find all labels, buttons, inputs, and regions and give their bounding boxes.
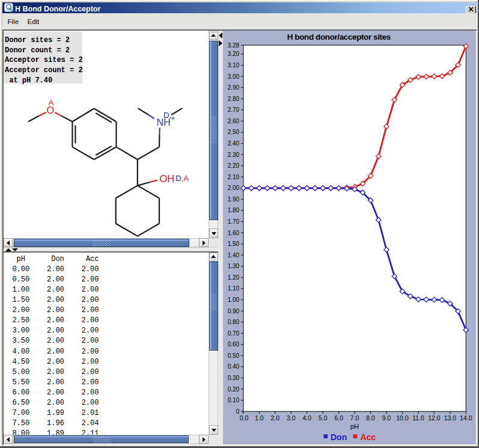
svg-text:2.70: 2.70 <box>228 106 240 113</box>
svg-text:3.10: 3.10 <box>228 62 240 69</box>
svg-text:0.50: 0.50 <box>228 352 240 359</box>
svg-text:1.70: 1.70 <box>228 218 240 225</box>
svg-text:6.0: 6.0 <box>334 414 343 422</box>
svg-text:Acc: Acc <box>361 432 376 442</box>
svg-text:1.40: 1.40 <box>228 252 240 259</box>
svg-text:2.20: 2.20 <box>228 162 240 169</box>
svg-text:11.0: 11.0 <box>412 414 424 422</box>
svg-text:0.30: 0.30 <box>228 375 240 381</box>
svg-text:8.0: 8.0 <box>366 414 375 422</box>
svg-text:2.90: 2.90 <box>228 84 240 91</box>
svg-text:2.60: 2.60 <box>228 118 240 124</box>
svg-text:+: + <box>171 114 175 123</box>
svg-text:H bond donor/acceptor sites: H bond donor/acceptor sites <box>287 32 391 41</box>
svg-text:Don: Don <box>331 432 347 442</box>
svg-text:2.40: 2.40 <box>228 140 240 147</box>
svg-text:D,A: D,A <box>175 174 189 183</box>
svg-text:pH: pH <box>350 423 359 430</box>
svg-text:3.00: 3.00 <box>228 73 240 80</box>
svg-text:3.20: 3.20 <box>228 51 240 57</box>
svg-text:9.0: 9.0 <box>382 414 391 422</box>
svg-text:5.0: 5.0 <box>319 414 328 422</box>
svg-text:10.0: 10.0 <box>396 414 409 422</box>
svg-text:12.0: 12.0 <box>428 414 441 422</box>
svg-text:3.28: 3.28 <box>228 42 240 49</box>
svg-text:2.50: 2.50 <box>228 129 240 135</box>
svg-text:2.80: 2.80 <box>228 96 240 102</box>
svg-text:1.10: 1.10 <box>228 285 240 292</box>
svg-text:1.0: 1.0 <box>255 414 264 422</box>
svg-text:1.60: 1.60 <box>228 230 240 236</box>
svg-text:0.90: 0.90 <box>228 308 240 315</box>
svg-text:7.0: 7.0 <box>350 414 359 422</box>
svg-text:1.80: 1.80 <box>228 207 240 213</box>
svg-text:3.0: 3.0 <box>287 414 296 422</box>
svg-text:A: A <box>49 98 54 107</box>
svg-text:2.00: 2.00 <box>228 185 240 191</box>
svg-text:0.10: 0.10 <box>228 397 240 404</box>
svg-text:4.0: 4.0 <box>302 414 311 422</box>
svg-text:0.80: 0.80 <box>228 319 240 325</box>
svg-text:0.60: 0.60 <box>228 341 240 348</box>
svg-text:14.0: 14.0 <box>460 414 472 422</box>
svg-text:0.20: 0.20 <box>228 386 240 393</box>
svg-text:0.0: 0.0 <box>240 414 249 422</box>
svg-text:2.30: 2.30 <box>228 152 240 158</box>
svg-text:1.20: 1.20 <box>228 274 240 281</box>
svg-text:1.30: 1.30 <box>228 263 240 269</box>
svg-text:2.10: 2.10 <box>228 174 240 180</box>
svg-text:OH: OH <box>160 173 175 184</box>
svg-text:1.00: 1.00 <box>228 296 240 303</box>
svg-text:1.50: 1.50 <box>228 241 240 247</box>
svg-text:1.90: 1.90 <box>228 196 240 203</box>
svg-text:0.70: 0.70 <box>228 330 240 337</box>
svg-text:D,: D, <box>163 111 171 120</box>
svg-text:2.0: 2.0 <box>270 414 279 422</box>
svg-text:13.0: 13.0 <box>444 414 457 422</box>
svg-text:0.40: 0.40 <box>228 363 240 370</box>
